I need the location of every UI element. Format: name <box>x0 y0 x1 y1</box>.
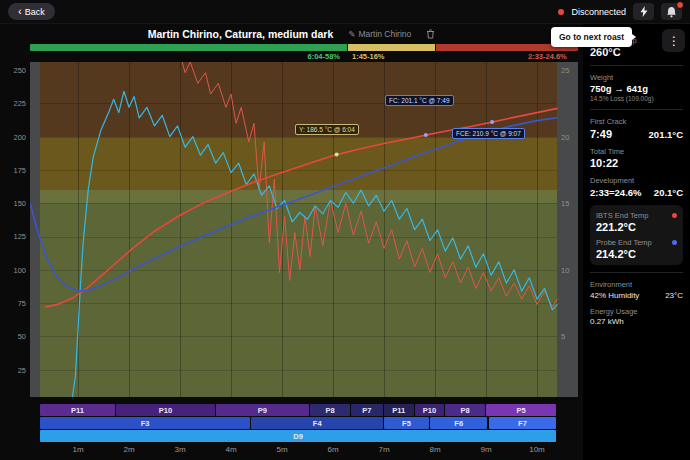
power-segment[interactable]: P10 <box>415 404 445 416</box>
temp-tick: 250 <box>2 66 26 75</box>
temp-tick: 25 <box>2 366 26 375</box>
back-chevron-icon: ‹ <box>18 6 22 17</box>
probe-end-temp-label: Probe End Temp <box>596 238 652 247</box>
divider <box>590 272 683 273</box>
power-segment[interactable]: P8 <box>445 404 485 416</box>
fan-segment[interactable]: F5 <box>384 417 429 429</box>
fan-row: F3F4F5F6F7 <box>30 417 578 429</box>
time-tick: 1m <box>69 445 87 454</box>
fan-segment[interactable]: F3 <box>40 417 251 429</box>
total-time-value: 10:22 <box>590 157 683 169</box>
temp-tick: 100 <box>2 266 26 275</box>
power-segment[interactable]: P9 <box>216 404 309 416</box>
phase-segment-maillard <box>347 44 435 51</box>
delete-roast-button[interactable] <box>426 29 435 39</box>
probe-end-temp-value: 214.2°C <box>596 248 677 260</box>
ibts-series-dot <box>672 213 677 218</box>
time-tick: 7m <box>375 445 393 454</box>
temp-tick: 175 <box>2 166 26 175</box>
weight-loss: 14.5% Loss (109.00g) <box>590 95 683 102</box>
first-crack-annotation: FC: 201.1 °C @ 7:49 <box>385 95 454 106</box>
back-button[interactable]: ‹ Back <box>8 3 55 20</box>
power-segment[interactable]: P8 <box>310 404 350 416</box>
disconnected-dot <box>558 9 564 15</box>
development-label: Development <box>590 176 683 185</box>
first-crack-time: 7:49 <box>590 128 612 140</box>
roast-graph[interactable]: FC: 201.1 °C @ 7:49Y: 186.5 °C @ 6:04FCE… <box>30 62 578 397</box>
first-crack-marker <box>424 133 428 137</box>
power-segment[interactable]: P11 <box>40 404 116 416</box>
environment-label: Environment <box>590 280 683 289</box>
temp-tick: 50 <box>2 332 26 341</box>
environment-temp: 23°C <box>665 291 683 300</box>
phase-label-maillard: 1:45-16% <box>352 52 385 61</box>
weight-value: 750g → 641g <box>590 83 683 94</box>
top-bar: ‹ Back Disconnected <box>0 0 690 24</box>
divider <box>590 109 683 110</box>
total-time-label: Total Time <box>590 147 683 156</box>
fan-segment[interactable]: F4 <box>251 417 383 429</box>
ibts-ror-curve <box>180 62 557 307</box>
power-mode-button[interactable] <box>633 3 654 20</box>
roast-chart-panel: Martin Chirino, Caturra, medium dark ✎ M… <box>0 24 583 460</box>
weight-label: Weight <box>590 73 683 82</box>
back-label: Back <box>25 7 45 17</box>
divider <box>590 65 683 66</box>
temp-tick: 125 <box>2 232 26 241</box>
phase-label-development: 2:33-24.6% <box>528 52 578 61</box>
notification-badge <box>676 1 684 9</box>
time-tick: 2m <box>120 445 138 454</box>
environment-humidity: 42% Humidity <box>590 291 639 300</box>
time-tick: 4m <box>222 445 240 454</box>
time-tick: 3m <box>171 445 189 454</box>
go-to-next-roast-label: Go to next roast <box>559 32 624 42</box>
phase-segment-drying <box>30 44 347 51</box>
edit-author-button[interactable]: ✎ Martin Chirino <box>342 28 417 40</box>
temp-tick: 150 <box>2 199 26 208</box>
kebab-icon: ⋮ <box>668 34 680 48</box>
fan-segment[interactable]: F6 <box>430 417 488 429</box>
topbar-status-cluster: Disconnected <box>558 3 682 20</box>
temp-tick: 75 <box>2 299 26 308</box>
probe-temp-curve <box>30 118 557 291</box>
first-crack-temp: 201.1°C <box>649 129 683 140</box>
temp-tick: 200 <box>2 133 26 142</box>
time-tick: 5m <box>273 445 291 454</box>
probe-series-dot <box>672 240 677 245</box>
go-to-next-roast-tooltip[interactable]: Go to next roast <box>551 27 632 47</box>
pencil-icon: ✎ <box>348 29 355 39</box>
energy-usage-label: Energy Usage <box>590 307 683 316</box>
temp-tick: 225 <box>2 99 26 108</box>
power-segment[interactable]: P7 <box>351 404 383 416</box>
author-name: Martin Chirino <box>358 29 411 39</box>
time-tick: 6m <box>324 445 342 454</box>
first-crack-end-annotation: FCE: 210.9 °C @ 9:07 <box>452 128 525 139</box>
time-tick: 9m <box>477 445 495 454</box>
first-crack-end-marker <box>490 120 494 124</box>
bell-icon <box>666 6 677 18</box>
phase-progress-bar <box>30 44 578 51</box>
energy-usage-value: 0.27 kWh <box>590 317 683 326</box>
notifications-button[interactable] <box>661 3 682 20</box>
chart-header: Martin Chirino, Caturra, medium dark ✎ M… <box>0 25 583 43</box>
power-segment[interactable]: P11 <box>384 404 414 416</box>
time-tick: 10m <box>528 445 546 454</box>
time-tick: 8m <box>426 445 444 454</box>
phase-labels: 6:04-58%1:45-16%2:33-24.6% <box>30 52 578 62</box>
drum-segment[interactable]: D9 <box>40 430 557 442</box>
power-segment[interactable]: P10 <box>116 404 215 416</box>
drum-row: D9 <box>30 430 578 442</box>
power-row: P11P10P9P8P7P11P10P8P5 <box>30 404 578 416</box>
fan-segment[interactable]: F7 <box>489 417 557 429</box>
end-temps-box: IBTS End Temp 221.2°C Probe End Temp 214… <box>590 205 683 265</box>
roast-stats-sidebar: ⋮ Preheat Temp 260°C Weight 750g → 641g … <box>583 24 690 460</box>
development-temp: 20.1°C <box>654 187 683 198</box>
ibts-end-temp-label: IBTS End Temp <box>596 211 648 220</box>
roast-title: Martin Chirino, Caturra, medium dark <box>148 28 334 40</box>
trash-icon <box>426 29 435 39</box>
power-segment[interactable]: P5 <box>486 404 556 416</box>
ibts-end-temp-value: 221.2°C <box>596 221 677 233</box>
first-crack-label: First Crack <box>590 117 683 126</box>
roast-menu-button[interactable]: ⋮ <box>662 29 685 52</box>
roast-app: ‹ Back Disconnected Martin Chirino, Catu… <box>0 0 690 460</box>
